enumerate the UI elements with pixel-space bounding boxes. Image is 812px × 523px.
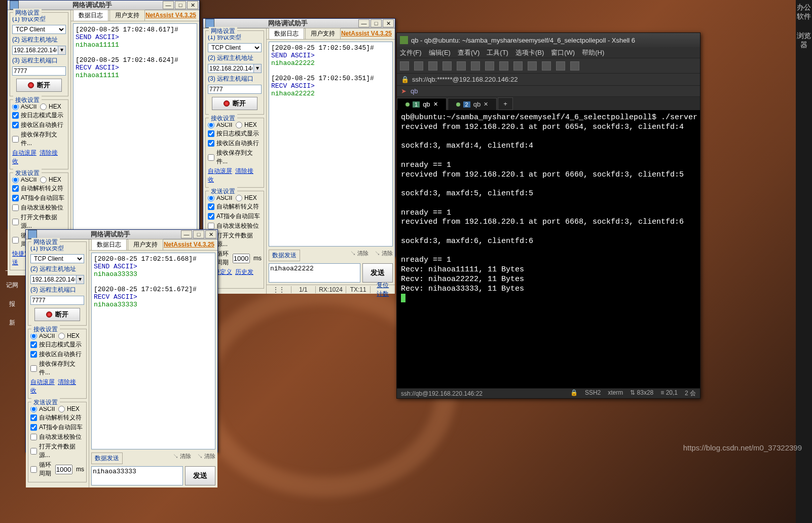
brand-link[interactable]: NetAssist V4.3.25 <box>145 12 196 19</box>
disconnect-button[interactable]: 断开 <box>34 308 80 321</box>
toolbar-btn[interactable] <box>528 61 537 71</box>
sidebar-label[interactable]: 浏览器 <box>796 28 812 57</box>
toolbar-btn[interactable] <box>570 61 579 71</box>
savefile-check[interactable] <box>12 136 19 143</box>
host-input[interactable] <box>30 275 77 284</box>
tab-datalog[interactable]: 数据日志 <box>91 239 127 250</box>
send-textarea[interactable]: nihaoa33333 <box>91 466 183 485</box>
tab-support[interactable]: 用户支持 <box>109 10 145 21</box>
toolbar-btn[interactable] <box>485 61 494 71</box>
disconnect-button[interactable]: 断开 <box>16 79 62 92</box>
logmode-check[interactable] <box>208 130 214 137</box>
escape-check[interactable] <box>12 185 19 192</box>
escape-check[interactable] <box>208 203 214 210</box>
toolbar-btn[interactable] <box>414 61 423 71</box>
minimize-button[interactable]: — <box>163 1 174 9</box>
close-button[interactable]: ✕ <box>205 230 216 238</box>
session-tab-2[interactable]: 2 qb ✕ <box>448 98 497 110</box>
filesrc-check[interactable] <box>30 448 37 455</box>
toolbar-btn[interactable] <box>513 61 523 71</box>
host-input[interactable] <box>12 46 58 55</box>
autowrap-check[interactable] <box>30 351 37 358</box>
xshell-titlebar[interactable]: qb - qb@ubuntu: ~/samba_myshare/seemysel… <box>397 33 700 47</box>
toolbar-btn[interactable] <box>442 61 452 71</box>
log-box[interactable]: [2020-08-25 17:02:50.345]# SEND ASCII> n… <box>269 42 393 247</box>
logmode-check[interactable] <box>30 341 37 348</box>
minimize-button[interactable]: — <box>358 19 370 27</box>
checksum-check[interactable] <box>30 434 37 440</box>
new-tab-button[interactable]: + <box>498 97 513 110</box>
menu-edit[interactable]: 编辑(E) <box>429 48 451 57</box>
tab-datalog[interactable]: 数据日志 <box>269 28 304 39</box>
protocol-select[interactable]: TCP Client <box>30 254 84 263</box>
loop-ms-input[interactable] <box>233 254 250 263</box>
desktop-icon[interactable]: 报 <box>0 300 24 308</box>
menu-file[interactable]: 文件(F) <box>400 48 422 57</box>
autowrap-check[interactable] <box>12 122 19 128</box>
port-input[interactable] <box>30 296 84 305</box>
sidebar-label[interactable]: 办公软件 <box>796 0 812 28</box>
toolbar-btn[interactable] <box>400 61 409 71</box>
toolbar-btn[interactable] <box>556 61 565 71</box>
tab-datalog[interactable]: 数据日志 <box>73 10 108 21</box>
close-tab-icon[interactable]: ✕ <box>433 101 438 108</box>
tab-support[interactable]: 用户支持 <box>305 28 341 39</box>
close-button[interactable]: ✕ <box>187 1 198 9</box>
menu-tools[interactable]: 工具(T) <box>487 48 508 57</box>
port-input[interactable] <box>12 66 66 76</box>
tab-support[interactable]: 用户支持 <box>128 239 163 250</box>
escape-check[interactable] <box>30 414 37 421</box>
autowrap-check[interactable] <box>208 140 214 147</box>
close-tab-icon[interactable]: ✕ <box>484 101 488 108</box>
terminal-output[interactable]: qb@ubuntu:~/samba_myshare/seemyself/4_6_… <box>397 110 700 388</box>
send-button[interactable]: 发送 <box>362 263 393 283</box>
clear-btn2[interactable]: 清除 <box>197 452 215 460</box>
loop-ms-input[interactable] <box>55 465 72 474</box>
toolbar-btn[interactable] <box>471 61 480 71</box>
clear-btn2[interactable]: 清除 <box>375 250 393 257</box>
xshell-addressbar[interactable]: 🔒 ssh://qb:******@192.168.220.146:22 <box>397 74 700 86</box>
quick-session[interactable]: qb <box>411 87 418 95</box>
dropdown-icon[interactable]: ▾ <box>58 46 66 55</box>
clear-btn[interactable]: 清除 <box>173 452 191 460</box>
send-button[interactable]: 发送 <box>185 466 215 485</box>
brand-link[interactable]: NetAssist V4.3.25 <box>164 241 214 248</box>
loop-check[interactable] <box>30 466 37 473</box>
autoscroll-link[interactable]: 自动滚屏 <box>30 378 55 386</box>
log-box[interactable]: [2020-08-25 17:02:51.668]# SEND ASCII> n… <box>91 253 215 449</box>
host-input[interactable] <box>208 64 254 73</box>
menu-view[interactable]: 查看(V) <box>458 48 479 57</box>
filesrc-check[interactable] <box>12 219 19 225</box>
desktop-icon[interactable]: 新 <box>0 319 24 327</box>
atcr-check[interactable] <box>30 424 37 431</box>
menu-help[interactable]: 帮助(H) <box>582 48 604 57</box>
checksum-check[interactable] <box>12 204 19 211</box>
close-button[interactable]: ✕ <box>383 19 394 27</box>
autoscroll-link[interactable]: 自动滚屏 <box>208 167 232 175</box>
menu-tabs[interactable]: 选项卡(B) <box>515 48 544 57</box>
session-tab-1[interactable]: 1 qb ✕ <box>397 98 447 110</box>
maximize-button[interactable]: □ <box>193 230 204 238</box>
disconnect-button[interactable]: 断开 <box>212 97 257 110</box>
minimize-button[interactable]: — <box>181 230 192 238</box>
dropdown-icon[interactable]: ▾ <box>77 275 84 284</box>
atcr-check[interactable] <box>208 213 214 220</box>
desktop-icon[interactable]: 记网 <box>0 281 24 290</box>
port-input[interactable] <box>208 85 262 94</box>
log-box[interactable]: [2020-08-25 17:02:48.617]# SEND ASCII> n… <box>73 23 197 237</box>
send-textarea[interactable]: nihaoa22222 <box>269 263 360 283</box>
protocol-select[interactable]: TCP Client <box>208 43 262 52</box>
logmode-check[interactable] <box>12 112 19 119</box>
savefile-check[interactable] <box>208 154 214 161</box>
maximize-button[interactable]: □ <box>175 1 186 9</box>
toolbar-btn[interactable] <box>499 61 508 71</box>
autoscroll-link[interactable]: 自动滚屏 <box>12 149 36 156</box>
toolbar-btn[interactable] <box>428 61 437 71</box>
dropdown-icon[interactable]: ▾ <box>254 64 262 73</box>
loop-check[interactable] <box>12 237 19 243</box>
maximize-button[interactable]: □ <box>371 19 382 27</box>
brand-link[interactable]: NetAssist V4.3.25 <box>341 30 392 37</box>
menu-window[interactable]: 窗口(W) <box>551 48 575 57</box>
clear-btn[interactable]: 清除 <box>350 250 368 257</box>
savefile-check[interactable] <box>30 365 37 372</box>
